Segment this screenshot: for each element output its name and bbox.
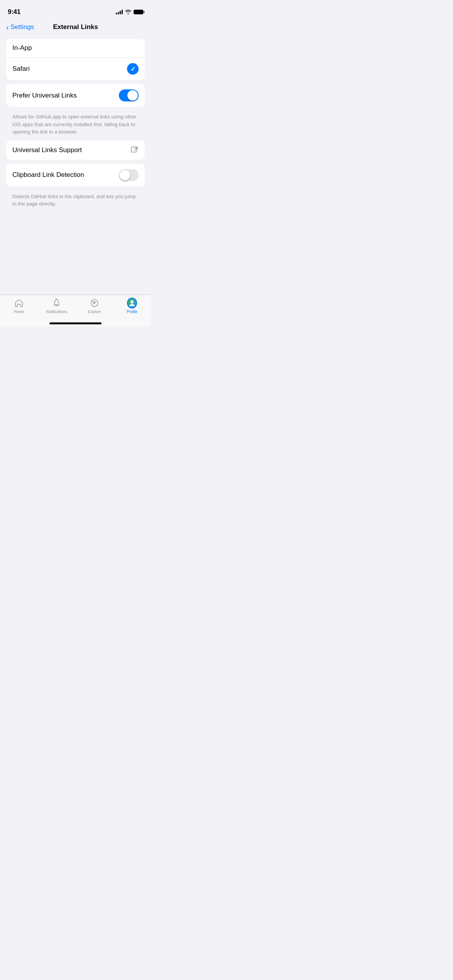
universal-links-support-label: Universal Links Support	[12, 146, 82, 154]
universal-links-card: Prefer Universal Links	[6, 84, 145, 107]
universal-links-label: Prefer Universal Links	[12, 92, 77, 99]
tab-home[interactable]: Home	[0, 298, 38, 314]
profile-icon	[127, 298, 137, 308]
home-indicator	[50, 322, 101, 324]
safari-row[interactable]: Safari	[6, 57, 145, 80]
toggle-thumb-clipboard	[120, 170, 130, 180]
tab-profile-label: Profile	[127, 310, 137, 314]
avatar	[127, 298, 137, 308]
tab-bar: Home Notifications Explore	[0, 295, 151, 327]
explore-icon	[89, 298, 100, 308]
tab-notifications[interactable]: Notifications	[38, 298, 76, 314]
safari-selected-icon	[127, 63, 139, 75]
wifi-icon	[125, 10, 131, 14]
tab-explore[interactable]: Explore	[76, 298, 113, 314]
tab-notifications-label: Notifications	[46, 310, 67, 314]
clipboard-detection-toggle[interactable]	[119, 169, 139, 181]
svg-point-2	[130, 300, 134, 303]
status-icons	[116, 10, 143, 14]
universal-links-description: Allows for GitHub.app to open external l…	[6, 111, 145, 140]
universal-links-support-row[interactable]: Universal Links Support	[6, 140, 145, 160]
in-app-label: In-App	[12, 44, 32, 52]
battery-icon	[134, 10, 143, 14]
status-bar: 9:41	[0, 0, 151, 19]
back-chevron-icon: ‹	[6, 23, 9, 31]
universal-links-support-card[interactable]: Universal Links Support	[6, 140, 145, 160]
toggle-thumb	[127, 90, 138, 101]
tab-explore-label: Explore	[88, 310, 101, 314]
signal-icon	[116, 10, 123, 14]
tab-home-label: Home	[14, 310, 24, 314]
tab-profile[interactable]: Profile	[113, 298, 151, 314]
home-icon	[14, 298, 24, 308]
back-label: Settings	[10, 23, 34, 31]
link-options-card: In-App Safari	[6, 39, 145, 80]
safari-label: Safari	[12, 65, 29, 73]
nav-bar: ‹ Settings External Links	[0, 19, 151, 36]
clipboard-detection-card: Clipboard Link Detection	[6, 164, 145, 187]
page-title: External Links	[53, 23, 98, 31]
svg-rect-0	[131, 147, 136, 152]
content-area: In-App Safari Prefer Universal Links All…	[0, 36, 151, 216]
notifications-icon	[51, 298, 62, 308]
external-link-icon	[130, 146, 139, 154]
in-app-row[interactable]: In-App	[6, 39, 145, 57]
back-button[interactable]: ‹ Settings	[3, 22, 37, 33]
clipboard-detection-label: Clipboard Link Detection	[12, 171, 84, 179]
clipboard-detection-description: Detects GitHub links in the clipboard, a…	[6, 190, 145, 212]
universal-links-row: Prefer Universal Links	[6, 84, 145, 107]
universal-links-toggle[interactable]	[119, 89, 139, 101]
status-time: 9:41	[8, 8, 21, 16]
clipboard-detection-row: Clipboard Link Detection	[6, 164, 145, 187]
